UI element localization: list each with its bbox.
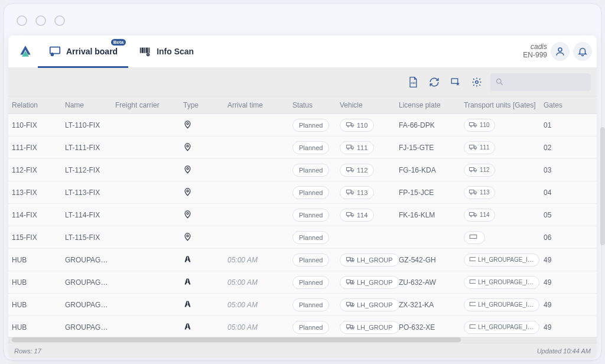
column-header[interactable]: Name [65,101,115,109]
star-box-icon [450,77,461,87]
tab-label: Info Scan [157,47,194,56]
cell-gate: 49 [544,301,579,309]
cell-type [183,277,227,288]
transport-unit-badge[interactable]: 111 [464,141,495,154]
svg-text:i: i [148,53,148,56]
transport-unit-badge[interactable]: LH_GROUPAGE_IN_3_V2 [464,298,539,311]
svg-point-21 [347,148,349,149]
export-csv-button[interactable]: CSV [405,74,421,90]
status-badge: Planned [292,164,329,177]
vertical-scrollbar[interactable] [600,127,605,245]
data-grid[interactable]: Relation Name Freight carrier Type Arriv… [8,96,597,337]
column-header[interactable]: License plate [399,101,464,109]
transport-unit-badge[interactable] [464,231,485,244]
settings-button[interactable] [469,74,484,90]
table-row[interactable]: 110-FIXLT-110-FIXPlanned110FA-66-DPK1100… [8,114,597,136]
vehicle-badge[interactable]: LH_GROUP [340,276,399,289]
cell-status: Planned [292,186,340,199]
unit-icon [469,144,477,152]
horizontal-scrollbar[interactable] [8,337,597,343]
truck-icon [346,144,357,152]
table-row[interactable]: HUBGROUPAGE_IN_05:00 AMPlannedLH_GROUPGZ… [8,249,597,271]
svg-rect-55 [470,258,476,261]
column-header[interactable]: Relation [12,101,65,109]
column-header[interactable]: Freight carrier [115,101,183,109]
column-header[interactable]: Transport units [Gates] [464,101,544,109]
column-header[interactable]: Arrival time [227,101,292,109]
vehicle-badge[interactable]: 113 [340,186,374,199]
tab-arrival-board[interactable]: i Arrival board Beta [38,35,128,67]
svg-rect-71 [347,324,350,327]
svg-point-32 [474,170,476,171]
refresh-button[interactable] [427,74,442,90]
cell-name: GROUPAGE_IN_ [65,301,115,309]
vehicle-badge[interactable]: 112 [340,164,374,177]
cell-name: LT-111-FIX [65,144,115,152]
favorites-button[interactable] [448,74,463,90]
vehicle-badge[interactable]: LH_GROUP [340,321,399,334]
monitor-icon: i [48,45,61,58]
transport-unit-badge[interactable]: 113 [464,186,495,199]
column-header[interactable]: Vehicle [340,101,399,109]
cell-status: Planned [292,141,340,154]
status-badge: Planned [292,276,329,289]
traffic-light-icon [35,15,46,26]
cell-plate: ZX-321-KA [399,301,464,309]
table-row[interactable]: HUBGROUPAGE_IN_05:00 AMPlannedLH_GROUPZU… [8,271,597,294]
row-count: Rows: 17 [14,347,41,355]
cell-type [183,165,227,176]
cell-relation: 111-FIX [12,144,65,152]
vehicle-badge[interactable]: 110 [340,119,374,132]
cell-plate: FG-16-KDA [399,166,464,174]
cell-gate: 01 [544,121,579,129]
table-row[interactable]: HUBGROUPAGE_IN_05:00 AMPlannedLH_GROUPPO… [8,316,597,337]
cell-type [183,300,227,310]
table-row[interactable]: 115-FIXLT-115-FIXPlanned06 [8,226,597,249]
svg-point-68 [353,305,354,306]
transport-unit-badge[interactable]: LH_GROUPAGE_IN_2_V2 [464,276,539,289]
svg-point-14 [347,125,349,126]
table-row[interactable]: 114-FIXLT-114-FIXPlanned114FK-16-KLM1140… [8,204,597,226]
svg-rect-37 [470,190,474,193]
vehicle-badge[interactable]: 114 [340,209,374,222]
cell-gate: 49 [544,278,579,287]
svg-rect-72 [350,325,353,327]
svg-rect-2 [50,47,60,54]
cell-status: Planned [292,321,340,334]
table-row[interactable]: 113-FIXLT-113-FIXPlanned113FP-15-JCE1130… [8,181,597,204]
column-header[interactable]: Status [292,101,340,109]
transport-unit-badge[interactable]: LH_GROUPAGE_IN_4_V2 [464,321,539,334]
cell-type [183,232,227,243]
table-row[interactable]: HUBGROUPAGE_IN_05:00 AMPlannedLH_GROUPZX… [8,294,597,316]
user-icon [555,46,565,57]
table-row[interactable]: 111-FIXLT-111-FIXPlanned111FJ-15-GTE1110… [8,136,597,159]
cell-relation: 112-FIX [12,166,65,174]
truck-icon [346,166,357,174]
status-bar: Rows: 17 Updated 10:44 AM [8,343,597,358]
vehicle-badge[interactable]: LH_GROUP [340,254,399,266]
notifications-button[interactable] [573,42,592,61]
transport-unit-badge[interactable]: LH_GROUPAGE_IN_1_V2 [464,254,539,266]
svg-point-45 [470,215,471,216]
cell-transport-units [464,231,544,244]
tab-info-scan[interactable]: i Info Scan [128,35,204,67]
cell-status: Planned [292,298,340,311]
profile-button[interactable] [551,42,570,61]
transport-unit-badge[interactable]: 114 [464,209,495,222]
vehicle-badge[interactable]: LH_GROUP [340,298,399,311]
column-header[interactable]: Type [183,101,227,109]
cell-relation: 114-FIX [12,211,65,219]
svg-point-61 [353,282,354,284]
cell-name: LT-115-FIX [65,233,115,242]
svg-point-40 [187,212,188,214]
transport-unit-badge[interactable]: 112 [464,164,495,177]
svg-rect-20 [347,145,352,148]
transport-unit-badge[interactable]: 110 [464,119,495,132]
cell-status: Planned [292,119,340,132]
search-input[interactable] [490,73,591,91]
vehicle-badge[interactable]: 111 [340,141,374,154]
table-row[interactable]: 112-FIXLT-112-FIXPlanned112FG-16-KDA1120… [8,159,597,181]
cell-gate: 49 [544,256,579,264]
truck-icon [346,256,357,264]
column-header[interactable]: Gates [544,101,579,109]
